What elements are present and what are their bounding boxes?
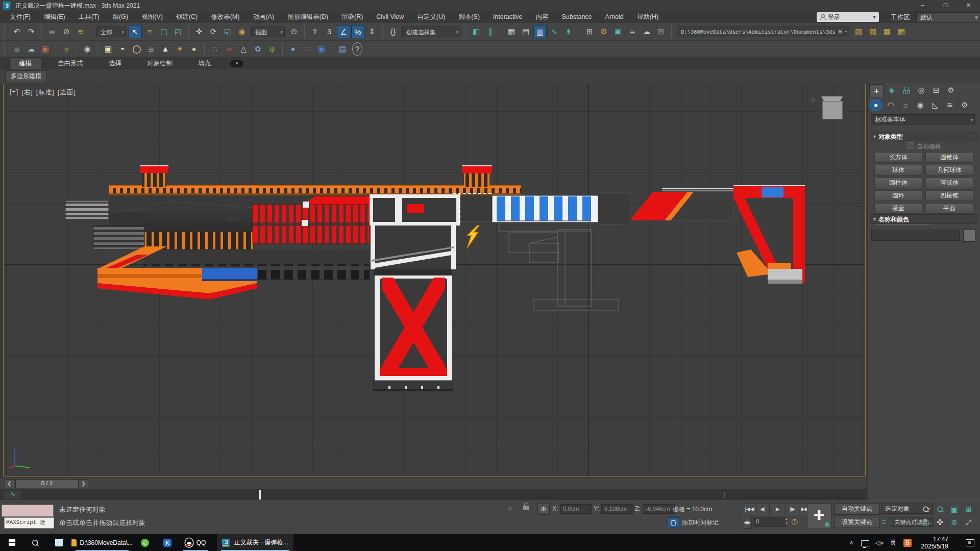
menu-item[interactable]: 组(G)	[106, 11, 135, 23]
ribbon-overflow-dropdown[interactable]: ▾	[230, 60, 243, 67]
sphere-light-icon[interactable]: ●	[187, 43, 201, 55]
zoom-icon[interactable]: Ϙ	[919, 503, 933, 516]
render-elements-icon[interactable]: ⊞	[654, 25, 668, 38]
menu-item[interactable]: 脚本(S)	[452, 11, 486, 23]
maximize-button[interactable]: ▢	[934, 0, 957, 11]
set-key-button[interactable]: 设置关键点	[834, 517, 880, 528]
render-icon[interactable]: ☕	[626, 25, 639, 38]
primitive-button[interactable]: 茶壶	[874, 203, 922, 214]
primitive-button[interactable]: 圆环	[874, 190, 922, 201]
menu-item[interactable]: 创建(C)	[169, 11, 204, 23]
qq-task-button[interactable]: QQ	[179, 534, 212, 551]
helpers-icon[interactable]: ◺	[928, 99, 942, 111]
volume-tray-icon[interactable]: ◁»	[872, 534, 887, 551]
named-selection-dropdown[interactable]: 创建选择集▾	[402, 27, 460, 37]
render-window-icon[interactable]: ▣	[39, 43, 52, 55]
ribbon-tab[interactable]: 填充	[189, 58, 220, 69]
snaps-toggle-icon[interactable]: 3	[323, 25, 336, 38]
zoom-extents-icon[interactable]: ▣	[947, 503, 961, 516]
workspace-dropdown[interactable]: 默认▾	[916, 12, 980, 23]
sun-icon[interactable]: ☀	[173, 43, 186, 55]
viewport-menu-plus[interactable]: [+]	[10, 88, 18, 97]
minimize-button[interactable]: –	[911, 0, 934, 11]
primitive-button[interactable]: 平面	[925, 203, 973, 214]
render-setup-icon[interactable]: ⚙	[597, 25, 610, 38]
time-slider-handle[interactable]: 0 / 1	[15, 479, 79, 488]
teapot-icon[interactable]: ☕	[10, 43, 23, 55]
autogrid-checkbox[interactable]	[908, 142, 914, 149]
view-cube-front[interactable]	[822, 101, 843, 119]
menu-item[interactable]: 内容	[529, 11, 555, 23]
viewport-menu-shading[interactable]: [标准]	[36, 88, 55, 97]
spinner-snap-icon[interactable]: ⇕	[365, 25, 379, 38]
primitive-button[interactable]: 管状体	[925, 178, 973, 188]
ime-indicator[interactable]: 英	[887, 534, 900, 551]
systems-icon[interactable]: ⚙	[958, 99, 971, 111]
hierarchy-tab-icon[interactable]: 品	[900, 84, 913, 96]
toolbar-drag-handle[interactable]	[4, 26, 7, 38]
prev-frame-button[interactable]: ◀|	[756, 504, 770, 515]
selection-filter-dropdown[interactable]: 全部▾	[96, 27, 126, 37]
next-frame-button[interactable]: |▶	[786, 504, 799, 515]
y-coordinate-field[interactable]: 5.108cm	[601, 504, 633, 514]
select-place-icon[interactable]: ◉	[235, 25, 249, 38]
teapot-wire-icon[interactable]: ☕	[144, 43, 158, 55]
absolute-mode-button[interactable]: ⊕	[537, 504, 550, 515]
menu-item[interactable]: Interactive	[486, 11, 529, 23]
category-dropdown[interactable]: 标准基本体▾	[871, 114, 975, 124]
notes-task-button[interactable]	[47, 534, 70, 551]
rect-light-icon[interactable]: ▣	[102, 43, 115, 55]
curve-editor-icon[interactable]: ∿	[548, 25, 561, 38]
prev-key-arrow[interactable]: ❮	[5, 479, 14, 488]
menu-item[interactable]: 工具(T)	[72, 11, 106, 23]
project-folder-dropdown[interactable]: D:\360MoveData\Users\Administrator\Docum…	[677, 27, 849, 37]
workspace-settings-icon[interactable]: ▦	[895, 25, 908, 38]
menu-item[interactable]: 图形编辑器(D)	[281, 11, 335, 23]
polygon-modeling-button[interactable]: 多边形建模	[5, 70, 47, 82]
percent-snap-icon[interactable]: %	[351, 25, 364, 38]
ribbon-tab[interactable]: 建模	[9, 57, 41, 69]
particle-array-icon[interactable]: ∴	[208, 43, 222, 55]
maxscript-mini-recorder[interactable]	[2, 505, 54, 517]
menu-item[interactable]: 修改器(M)	[204, 11, 246, 23]
modify-tab-icon[interactable]: ◈	[885, 84, 898, 96]
ribbon-tab[interactable]: 选择	[100, 58, 131, 69]
menu-item[interactable]: 自定义(U)	[410, 11, 452, 23]
object-name-field[interactable]	[871, 230, 960, 241]
maximize-viewport-icon[interactable]: ⤢	[962, 516, 975, 529]
cameras-icon[interactable]: ◉	[914, 99, 927, 111]
menu-item[interactable]: Arnold	[599, 11, 630, 23]
menu-item[interactable]: Civil View	[370, 11, 410, 23]
primitive-button[interactable]: 四棱锥	[925, 190, 973, 201]
bind-spacewarp-icon[interactable]: ≋	[74, 25, 87, 38]
max-task-button[interactable]: 3 正义裁决一爆弹枪...	[217, 534, 293, 551]
undo-icon[interactable]: ↶	[10, 25, 23, 38]
shapes-icon[interactable]: ◠	[884, 99, 897, 111]
ref-coordsys-dropdown[interactable]: 视图▾	[251, 27, 285, 37]
molecule-icon[interactable]: ∞	[223, 43, 236, 55]
light-card-icon[interactable]: ☼	[60, 43, 73, 55]
current-frame-field[interactable]: 0	[753, 517, 786, 527]
mirror-icon[interactable]: ◧	[470, 25, 483, 38]
primitive-button[interactable]: 圆柱体	[874, 178, 922, 188]
go-start-button[interactable]: |◀◀	[743, 504, 756, 515]
notification-center-button[interactable]: ☰	[960, 534, 980, 551]
ribbon-toggle-icon[interactable]: ▥	[533, 25, 547, 38]
pyramid-helper-icon[interactable]: △	[237, 43, 250, 55]
unlink-icon[interactable]: ⊘	[60, 25, 73, 38]
view-cube[interactable]: ⌂	[819, 96, 845, 120]
zoom-region-icon[interactable]: ▢	[919, 516, 933, 529]
select-rotate-icon[interactable]: ⟳	[207, 25, 220, 38]
curve-view-icon[interactable]: ∿	[4, 490, 21, 499]
cloud-icon[interactable]: ☁	[24, 43, 38, 55]
frame-step-icon[interactable]: ◀▶	[743, 517, 752, 529]
workspace-folder-icon[interactable]: ▨	[866, 25, 879, 38]
material-editor-icon[interactable]: ⊞	[583, 25, 596, 38]
window-crossing-icon[interactable]: ◰	[172, 25, 185, 38]
selection-lock-icon[interactable]	[523, 506, 529, 510]
select-scale-icon[interactable]: ◱	[221, 25, 234, 38]
angle-snap-icon[interactable]: ∠	[337, 25, 350, 38]
primitive-button[interactable]: 圆锥体	[925, 152, 973, 163]
spacewarps-icon[interactable]: ≋	[943, 99, 957, 111]
next-key-arrow[interactable]: ❯	[79, 479, 88, 488]
